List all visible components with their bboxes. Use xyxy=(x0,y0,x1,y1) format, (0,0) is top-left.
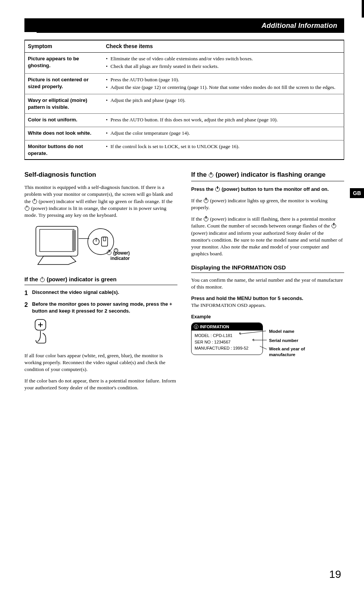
step-1: 1 Disconnect the video signal cable(s). xyxy=(24,289,177,297)
self-diag-intro: This monitor is equipped with a self-dia… xyxy=(24,184,177,219)
symptom-cell: Picture is not centered or sized properl… xyxy=(25,73,103,94)
osd-instruction: Press and hold the MENU button for 5 sec… xyxy=(191,295,344,309)
check-item: If the control lock is set to LOCK, set … xyxy=(106,143,341,150)
right-column: If the (power) indicator is flashing ora… xyxy=(191,171,344,396)
svg-line-14 xyxy=(239,331,266,334)
symptom-cell: Monitor buttons do not operate. xyxy=(25,140,103,160)
monitor-diagram: (power) indicator xyxy=(32,223,131,269)
osd-title: INFORMATION xyxy=(200,324,229,330)
fig-indicator-label: indicator xyxy=(110,256,130,261)
check-cell: Eliminate the use of video cable extensi… xyxy=(103,53,344,74)
osd-example: i INFORMATION MODEL : CPD-L181 SER NO : … xyxy=(191,323,344,355)
check-cell: Adjust the pitch and phase (page 10). xyxy=(103,94,344,114)
press-power-instruction: Press the (power) button to turn the mon… xyxy=(191,186,344,193)
left-column: Self-diagnosis function This monitor is … xyxy=(24,171,177,396)
symptom-cell: White does not look white. xyxy=(25,127,103,140)
step-2: 2 Before the monitor goes to power savin… xyxy=(24,301,177,314)
callout-model: Model name xyxy=(269,329,294,335)
orange-indicator-heading: If the (power) indicator is flashing ora… xyxy=(191,171,344,181)
gb-tab: GB xyxy=(350,188,364,198)
check-item: Adjust the color temperature (page 14). xyxy=(106,130,341,137)
check-item: Press the AUTO button (page 10). xyxy=(106,76,341,83)
display-info-osd-heading: Displaying the INFORMATION OSD xyxy=(191,264,344,273)
check-item: Press the AUTO button. If this does not … xyxy=(106,116,341,123)
check-item: Check that all plugs are firmly seated i… xyxy=(106,63,341,70)
example-label: Example xyxy=(191,314,344,320)
svg-line-16 xyxy=(260,346,267,349)
power-icon xyxy=(32,199,37,204)
svg-rect-1 xyxy=(40,229,74,252)
callout-serial: Serial number xyxy=(269,338,298,344)
symptom-cell: Color is not uniform. xyxy=(25,114,103,127)
power-icon xyxy=(204,217,208,221)
banner: Additional Information xyxy=(24,18,344,33)
symptom-cell: Picture appears to be ghosting. xyxy=(25,53,103,74)
power-icon xyxy=(209,173,213,177)
power-icon xyxy=(332,224,336,228)
check-item: Adjust the pitch and phase (page 10). xyxy=(106,97,341,104)
power-icon xyxy=(40,277,45,282)
still-flashing-text: If the (power) indicator is still flashi… xyxy=(191,216,344,257)
self-diagnosis-heading: Self-diagnosis function xyxy=(24,171,177,179)
plus-button-diagram xyxy=(32,318,177,347)
power-icon xyxy=(204,198,208,203)
callout-week-year: Week and year of manufacture xyxy=(269,346,319,358)
banner-title: Additional Information xyxy=(37,18,344,33)
colorbars-ok-text: If all four color bars appear (white, re… xyxy=(24,352,177,373)
osd-intro: You can confirm the name, the serial num… xyxy=(191,277,344,290)
check-cell: Adjust the color temperature (page 14). xyxy=(103,127,344,140)
svg-rect-8 xyxy=(103,237,106,241)
check-cell: Press the AUTO button. If this does not … xyxy=(103,114,344,127)
power-icon xyxy=(215,187,220,192)
power-icon xyxy=(25,206,29,211)
svg-rect-2 xyxy=(72,230,76,251)
check-cell: If the control lock is set to LOCK, set … xyxy=(103,140,344,160)
page-number: 19 xyxy=(329,567,341,582)
th-check: Check these items xyxy=(103,40,344,52)
check-item: Eliminate the use of video cable extensi… xyxy=(106,55,341,62)
green-ok-text: If the (power) indicator lights up green… xyxy=(191,197,344,211)
check-item: Adjust the size (page 12) or centering (… xyxy=(106,84,341,91)
svg-rect-7 xyxy=(101,237,108,246)
th-symptom: Symptom xyxy=(25,40,103,52)
check-cell: Press the AUTO button (page 10).Adjust t… xyxy=(103,73,344,94)
green-indicator-heading: If the (power) indicator is green xyxy=(24,276,177,285)
symptom-cell: Wavy or elliptical (moire) pattern is vi… xyxy=(25,94,103,114)
info-icon: i xyxy=(194,324,198,329)
troubleshooting-table: Symptom Check these items Picture appear… xyxy=(24,40,344,160)
colorbars-fail-text: If the color bars do not appear, there i… xyxy=(24,377,177,391)
fig-power-label: (power) xyxy=(113,250,130,256)
